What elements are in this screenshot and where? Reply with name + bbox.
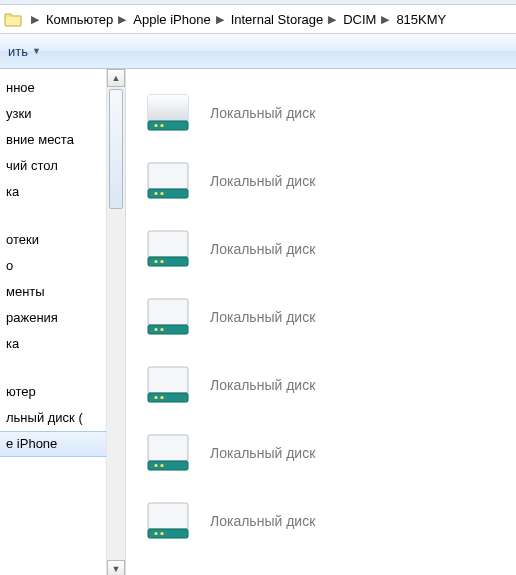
- svg-rect-17: [148, 367, 188, 393]
- svg-rect-6: [148, 189, 188, 198]
- list-item[interactable]: Локальный диск: [136, 419, 516, 487]
- breadcrumb-label: 815KMY: [396, 12, 446, 27]
- sidebar-item-label: e iPhone: [6, 436, 57, 451]
- svg-point-12: [160, 260, 163, 263]
- scroll-down-button[interactable]: ▼: [107, 560, 125, 575]
- dropdown-icon: ▼: [32, 46, 41, 56]
- svg-point-11: [154, 260, 157, 263]
- sidebar-item-label: ка: [6, 184, 19, 199]
- sidebar-item[interactable]: ка: [0, 179, 106, 205]
- toolbar: ить ▼: [0, 34, 516, 69]
- list-item-label: Локальный диск: [210, 377, 315, 393]
- sidebar-item-label: менты: [6, 284, 45, 299]
- svg-point-24: [160, 464, 163, 467]
- breadcrumb-label: DCIM: [343, 12, 376, 27]
- share-button[interactable]: ить ▼: [0, 38, 49, 64]
- svg-rect-18: [148, 393, 188, 402]
- address-bar[interactable]: ▶ Компьютер ▶ Apple iPhone ▶ Internal St…: [0, 4, 516, 34]
- breadcrumb-item-dcim[interactable]: DCIM ▶: [341, 5, 394, 33]
- svg-rect-25: [148, 503, 188, 529]
- svg-rect-1: [148, 95, 188, 121]
- svg-rect-13: [148, 299, 188, 325]
- svg-point-23: [154, 464, 157, 467]
- svg-rect-14: [148, 325, 188, 334]
- main-area: нное узки вние места чий стол ка отеки о…: [0, 69, 516, 575]
- sidebar-item-label: вние места: [6, 132, 74, 147]
- chevron-right-icon: ▶: [381, 13, 389, 26]
- svg-point-27: [154, 532, 157, 535]
- breadcrumb-root-sep[interactable]: ▶: [24, 5, 44, 33]
- sidebar-item-label: отеки: [6, 232, 39, 247]
- svg-rect-22: [148, 461, 188, 470]
- list-item-label: Локальный диск: [210, 513, 315, 529]
- chevron-right-icon: ▶: [328, 13, 336, 26]
- drive-icon: [142, 91, 194, 135]
- drive-icon: [142, 431, 194, 475]
- svg-point-20: [160, 396, 163, 399]
- list-item-label: Локальный диск: [210, 241, 315, 257]
- sidebar-item[interactable]: нное: [0, 75, 106, 101]
- sidebar-item-iphone[interactable]: e iPhone: [0, 431, 106, 457]
- sidebar-item[interactable]: вние места: [0, 127, 106, 153]
- share-button-label: ить: [8, 44, 28, 59]
- list-item-label: Локальный диск: [210, 309, 315, 325]
- sidebar-item[interactable]: ка: [0, 331, 106, 357]
- sidebar-item-label: чий стол: [6, 158, 58, 173]
- sidebar-item-label: нное: [6, 80, 35, 95]
- svg-rect-26: [148, 529, 188, 538]
- svg-point-7: [154, 192, 157, 195]
- svg-point-15: [154, 328, 157, 331]
- chevron-right-icon: ▶: [31, 13, 39, 26]
- sidebar-item[interactable]: менты: [0, 279, 106, 305]
- list-item[interactable]: Локальный диск: [136, 79, 516, 147]
- list-item-label: Локальный диск: [210, 173, 315, 189]
- drive-icon: [142, 159, 194, 203]
- breadcrumb-label: Internal Storage: [231, 12, 324, 27]
- sidebar-item-label: ражения: [6, 310, 58, 325]
- svg-point-3: [154, 124, 157, 127]
- sidebar-item[interactable]: ражения: [0, 305, 106, 331]
- svg-point-16: [160, 328, 163, 331]
- drive-icon: [142, 499, 194, 543]
- sidebar-spacer: [0, 357, 106, 379]
- drive-icon: [142, 227, 194, 271]
- navigation-sidebar[interactable]: нное узки вние места чий стол ка отеки о…: [0, 69, 107, 575]
- sidebar-item-localdisk[interactable]: льный диск (: [0, 405, 106, 431]
- svg-rect-10: [148, 257, 188, 266]
- svg-rect-9: [148, 231, 188, 257]
- breadcrumb-item-computer[interactable]: Компьютер ▶: [44, 5, 131, 33]
- sidebar-item-computer[interactable]: ютер: [0, 379, 106, 405]
- scroll-thumb[interactable]: [109, 89, 123, 209]
- sidebar-item-label: ка: [6, 336, 19, 351]
- chevron-right-icon: ▶: [216, 13, 224, 26]
- sidebar-spacer: [0, 205, 106, 227]
- sidebar-scrollbar[interactable]: ▲ ▼: [107, 69, 126, 575]
- sidebar-item[interactable]: отеки: [0, 227, 106, 253]
- svg-point-28: [160, 532, 163, 535]
- breadcrumb-item-iphone[interactable]: Apple iPhone ▶: [131, 5, 228, 33]
- file-list[interactable]: Локальный диск Локальный диск Локальный …: [126, 69, 516, 575]
- list-item[interactable]: Локальный диск: [136, 487, 516, 555]
- list-item[interactable]: Локальный диск: [136, 215, 516, 283]
- sidebar-item-label: льный диск (: [6, 410, 83, 425]
- svg-point-8: [160, 192, 163, 195]
- sidebar-item[interactable]: о: [0, 253, 106, 279]
- chevron-right-icon: ▶: [118, 13, 126, 26]
- list-item-label: Локальный диск: [210, 445, 315, 461]
- sidebar-item-label: о: [6, 258, 13, 273]
- scroll-up-button[interactable]: ▲: [107, 69, 125, 87]
- list-item[interactable]: Локальный диск: [136, 283, 516, 351]
- breadcrumb-item-folder[interactable]: 815KMY: [394, 5, 448, 33]
- breadcrumb-item-internal[interactable]: Internal Storage ▶: [229, 5, 342, 33]
- drive-icon: [142, 295, 194, 339]
- sidebar-item[interactable]: чий стол: [0, 153, 106, 179]
- folder-icon: [4, 11, 22, 27]
- sidebar-item[interactable]: узки: [0, 101, 106, 127]
- breadcrumb-label: Apple iPhone: [133, 12, 210, 27]
- list-item[interactable]: Локальный диск: [136, 351, 516, 419]
- svg-point-19: [154, 396, 157, 399]
- sidebar-item-label: узки: [6, 106, 31, 121]
- svg-point-4: [160, 124, 163, 127]
- list-item[interactable]: Локальный диск: [136, 147, 516, 215]
- svg-rect-21: [148, 435, 188, 461]
